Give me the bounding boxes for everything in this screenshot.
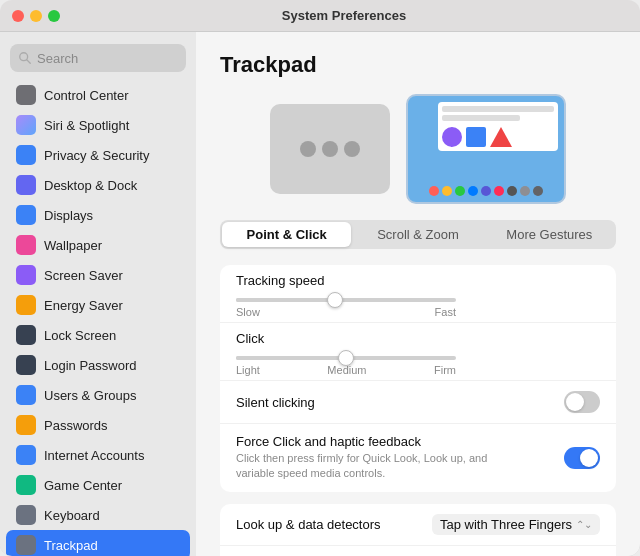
force-click-control	[564, 447, 600, 469]
passwords-icon	[16, 415, 36, 435]
tab-scroll-zoom[interactable]: Scroll & Zoom	[353, 222, 482, 247]
click-track[interactable]	[236, 356, 456, 360]
sidebar-label-screensaver: Screen Saver	[44, 268, 123, 283]
lookup-control[interactable]: Tap with Three Fingers ⌃⌄	[432, 514, 600, 535]
close-button[interactable]	[12, 10, 24, 22]
lookup-label-col: Look up & data detectors	[236, 517, 432, 532]
silent-clicking-knob	[566, 393, 584, 411]
tracking-speed-labels: Slow Fast	[236, 306, 456, 318]
sidebar-label-internet: Internet Accounts	[44, 448, 144, 463]
preview-area	[220, 94, 616, 204]
energy-icon	[16, 295, 36, 315]
sidebar-item-displays[interactable]: Displays	[6, 200, 190, 230]
sidebar-item-lockscreen[interactable]: Lock Screen	[6, 320, 190, 350]
tab-more-gestures[interactable]: More Gestures	[485, 222, 614, 247]
displays-icon	[16, 205, 36, 225]
lookup-label: Look up & data detectors	[236, 517, 432, 532]
color-dot-8	[533, 186, 543, 196]
keyboard-icon	[16, 505, 36, 525]
content-area: Trackpad	[196, 32, 640, 556]
window: System Preferences Search Control Center…	[0, 0, 640, 556]
lookup-row: Look up & data detectors Tap with Three …	[220, 504, 616, 546]
color-dot-3	[468, 186, 478, 196]
sidebar-item-control-center[interactable]: Control Center	[6, 80, 190, 110]
screensaver-icon	[16, 265, 36, 285]
preview-line-2	[442, 115, 520, 121]
search-container: Search	[0, 40, 196, 80]
sidebar-item-privacy[interactable]: Privacy & Security	[6, 140, 190, 170]
tracking-speed-thumb[interactable]	[327, 292, 343, 308]
lookup-select[interactable]: Tap with Three Fingers ⌃⌄	[432, 514, 600, 535]
click-firm-label: Firm	[434, 364, 456, 376]
color-bar	[429, 186, 543, 196]
sidebar-item-passwords[interactable]: Passwords	[6, 410, 190, 440]
main-layout: Search Control CenterSiri & SpotlightPri…	[0, 32, 640, 556]
silent-clicking-toggle[interactable]	[564, 391, 600, 413]
sidebar-label-passwords: Passwords	[44, 418, 108, 433]
internet-icon	[16, 445, 36, 465]
preview-left	[270, 104, 390, 194]
sidebar-item-desktop[interactable]: Desktop & Dock	[6, 170, 190, 200]
sidebar-label-lockscreen: Lock Screen	[44, 328, 116, 343]
color-dot-6	[507, 186, 517, 196]
sidebar-item-wallpaper[interactable]: Wallpaper	[6, 230, 190, 260]
force-click-row: Force Click and haptic feedback Click th…	[220, 424, 616, 492]
tab-point-click[interactable]: Point & Click	[222, 222, 351, 247]
loginpwd-icon	[16, 355, 36, 375]
sidebar-label-trackpad: Trackpad	[44, 538, 98, 553]
users-icon	[16, 385, 36, 405]
force-click-knob	[580, 449, 598, 467]
sidebar-item-energy[interactable]: Energy Saver	[6, 290, 190, 320]
control-center-icon	[16, 85, 36, 105]
sidebar-label-siri: Siri & Spotlight	[44, 118, 129, 133]
dots-preview	[300, 141, 360, 157]
search-bar[interactable]: Search	[10, 44, 186, 72]
preview-screen-content	[438, 102, 558, 151]
tracking-slow-label: Slow	[236, 306, 260, 318]
tracking-speed-slider-container: Slow Fast	[236, 292, 456, 318]
sidebar-label-energy: Energy Saver	[44, 298, 123, 313]
sidebar-item-gamecenter[interactable]: Game Center	[6, 470, 190, 500]
sidebar-items-container: Control CenterSiri & SpotlightPrivacy & …	[0, 80, 196, 556]
preview-shapes	[442, 127, 554, 147]
search-icon	[18, 51, 32, 65]
sidebar-item-users[interactable]: Users & Groups	[6, 380, 190, 410]
maximize-button[interactable]	[48, 10, 60, 22]
trackpad-icon	[16, 535, 36, 555]
click-thumb[interactable]	[338, 350, 354, 366]
color-dot-4	[481, 186, 491, 196]
click-label: Click	[236, 331, 600, 346]
silent-clicking-row: Silent clicking	[220, 381, 616, 424]
siri-icon	[16, 115, 36, 135]
sidebar-item-trackpad[interactable]: Trackpad	[6, 530, 190, 556]
preview-line-1	[442, 106, 554, 112]
settings-section-sliders: Tracking speed Slow Fast Click	[220, 265, 616, 492]
color-dot-0	[429, 186, 439, 196]
tracking-speed-track[interactable]	[236, 298, 456, 302]
color-dot-5	[494, 186, 504, 196]
click-slider-container: Light Medium Firm	[236, 350, 456, 376]
sidebar-label-keyboard: Keyboard	[44, 508, 100, 523]
tracking-fast-label: Fast	[435, 306, 456, 318]
wallpaper-icon	[16, 235, 36, 255]
preview-right	[406, 94, 566, 204]
sidebar-item-loginpwd[interactable]: Login Password	[6, 350, 190, 380]
secondary-click-row: Secondary click Click or Tap with Two Fi…	[220, 546, 616, 556]
lookup-value: Tap with Three Fingers	[440, 517, 572, 532]
sidebar-label-desktop: Desktop & Dock	[44, 178, 137, 193]
sidebar-item-screensaver[interactable]: Screen Saver	[6, 260, 190, 290]
sidebar-label-users: Users & Groups	[44, 388, 136, 403]
sidebar-item-keyboard[interactable]: Keyboard	[6, 500, 190, 530]
window-title: System Preferences	[60, 8, 628, 23]
tracking-speed-label: Tracking speed	[236, 273, 600, 288]
sidebar-label-privacy: Privacy & Security	[44, 148, 149, 163]
minimize-button[interactable]	[30, 10, 42, 22]
sidebar-item-siri[interactable]: Siri & Spotlight	[6, 110, 190, 140]
sidebar-item-internet[interactable]: Internet Accounts	[6, 440, 190, 470]
sidebar-label-gamecenter: Game Center	[44, 478, 122, 493]
sidebar-label-displays: Displays	[44, 208, 93, 223]
force-click-toggle[interactable]	[564, 447, 600, 469]
color-dot-7	[520, 186, 530, 196]
lookup-chevron: ⌃⌄	[576, 519, 592, 530]
privacy-icon	[16, 145, 36, 165]
